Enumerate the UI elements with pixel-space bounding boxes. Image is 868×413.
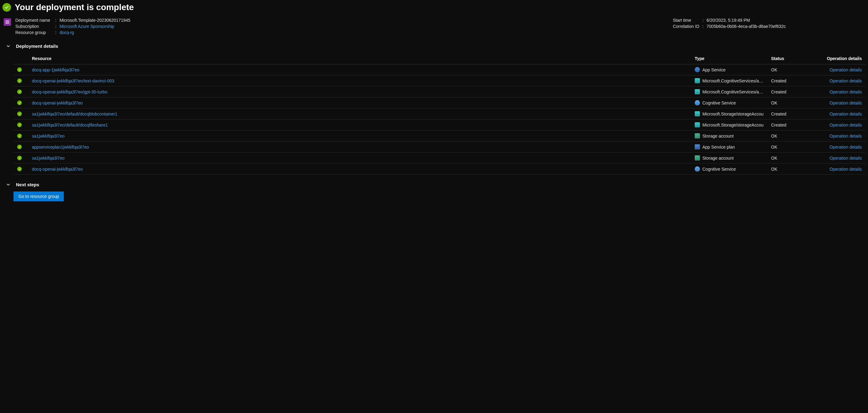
subscription-link[interactable]: Microsoft Azure Sponsorship	[60, 24, 114, 29]
th-status: Status	[767, 53, 823, 64]
operation-details-link[interactable]: Operation details	[829, 67, 862, 72]
row-status-icon-cell	[13, 164, 28, 175]
resource-group-label: Resource group	[16, 30, 55, 35]
summary-subscription: Subscription : Microsoft Azure Sponsorsh…	[16, 24, 130, 29]
operation-details-link[interactable]: Operation details	[829, 90, 862, 94]
row-status-icon-cell	[13, 108, 28, 119]
storage-icon	[695, 133, 700, 138]
operation-details-link[interactable]: Operation details	[829, 156, 862, 161]
resource-link[interactable]: docq-openai-jwkklfqa3l7eo/text-davinci-0…	[32, 78, 115, 83]
operation-details-link[interactable]: Operation details	[829, 123, 862, 128]
resource-cell: sa1jwkklfqa3l7eo/default/docqblobcontain…	[28, 108, 691, 119]
summary-col-right: Start time : 6/20/2023, 5:19:49 PM Corre…	[673, 18, 786, 35]
row-status-icon-cell	[13, 97, 28, 108]
resource-group-link[interactable]: docq-rg	[60, 30, 74, 35]
table-row: docq-openai-jwkklfqa3l7eoCognitive Servi…	[13, 164, 866, 175]
summary-start-time: Start time : 6/20/2023, 5:19:49 PM	[673, 18, 786, 23]
success-check-icon	[2, 3, 11, 12]
th-type: Type	[691, 53, 767, 64]
resource-link[interactable]: sa1jwkklfqa3l7eo	[32, 156, 65, 161]
resource-link[interactable]: docq-openai-jwkklfqa3l7eo	[32, 101, 83, 105]
status-cell: OK	[767, 97, 823, 108]
go-to-resource-group-button[interactable]: Go to resource group	[13, 192, 64, 201]
resource-link[interactable]: sa1jwkklfqa3l7eo	[32, 134, 65, 138]
deployment-details-table: Resource Type Status Operation details d…	[13, 53, 866, 175]
arm-icon	[695, 89, 700, 94]
cognitive-icon	[695, 100, 700, 105]
status-text: Created	[771, 90, 786, 94]
cognitive-icon	[695, 166, 700, 172]
resource-cell: docq-openai-jwkklfqa3l7eo/gpt-35-turbo	[28, 87, 691, 97]
summary-columns: Deployment name : Microsoft.Template-202…	[16, 18, 866, 35]
section-deployment-details[interactable]: Deployment details	[6, 43, 866, 49]
operation-details-link[interactable]: Operation details	[829, 111, 862, 116]
row-status-icon-cell	[13, 64, 28, 75]
subscription-label: Subscription	[16, 24, 55, 29]
resource-cell: docq-openai-jwkklfqa3l7eo	[28, 97, 691, 108]
status-text: OK	[771, 145, 777, 149]
resource-cell: docq-app-1jwkklfqa3l7eo	[28, 64, 691, 75]
type-text: Cognitive Service	[702, 101, 736, 105]
resource-link[interactable]: docq-openai-jwkklfqa3l7eo	[32, 167, 83, 172]
page-title: Your deployment is complete	[15, 2, 134, 12]
operation-details-link[interactable]: Operation details	[829, 134, 862, 138]
status-cell: Created	[767, 119, 823, 131]
row-status-icon-cell	[13, 142, 28, 152]
resource-link[interactable]: docq-app-1jwkklfqa3l7eo	[32, 67, 80, 72]
type-text: Microsoft.Storage/storageAccou	[702, 123, 764, 128]
asp-icon	[695, 144, 700, 149]
table-row: sa1jwkklfqa3l7eoStorage accountOKOperati…	[13, 152, 866, 164]
template-icon	[4, 19, 11, 26]
appservice-icon	[695, 67, 700, 72]
status-text: OK	[771, 67, 777, 72]
resource-cell: docq-openai-jwkklfqa3l7eo/text-davinci-0…	[28, 75, 691, 87]
summary-col-left: Deployment name : Microsoft.Template-202…	[16, 18, 130, 35]
status-cell: Created	[767, 108, 823, 119]
type-cell: App Service	[691, 64, 767, 75]
success-check-icon	[17, 90, 22, 94]
status-cell: Created	[767, 87, 823, 97]
resource-cell: sa1jwkklfqa3l7eo	[28, 131, 691, 142]
success-check-icon	[17, 145, 22, 149]
table-row: docq-app-1jwkklfqa3l7eoApp ServiceOKOper…	[13, 64, 866, 75]
chevron-down-icon	[6, 183, 10, 187]
operation-details-cell: Operation details	[823, 87, 866, 97]
summary-deployment-name: Deployment name : Microsoft.Template-202…	[16, 18, 130, 23]
operation-details-cell: Operation details	[823, 108, 866, 119]
status-cell: OK	[767, 152, 823, 164]
success-check-icon	[17, 167, 22, 171]
operation-details-link[interactable]: Operation details	[829, 101, 862, 105]
row-status-icon-cell	[13, 131, 28, 142]
summary-block: Deployment name : Microsoft.Template-202…	[2, 18, 866, 35]
section-next-steps[interactable]: Next steps	[6, 182, 866, 187]
table-row: sa1jwkklfqa3l7eo/default/docqfileshare1M…	[13, 119, 866, 131]
row-status-icon-cell	[13, 87, 28, 97]
resource-link[interactable]: sa1jwkklfqa3l7eo/default/docqfileshare1	[32, 123, 108, 128]
resource-link[interactable]: docq-openai-jwkklfqa3l7eo/gpt-35-turbo	[32, 90, 107, 94]
type-text: Storage account	[702, 134, 734, 138]
resource-cell: appserviceplan1jwkklfqa3l7eo	[28, 142, 691, 152]
operation-details-cell: Operation details	[823, 75, 866, 87]
type-text: Storage account	[702, 156, 734, 161]
operation-details-link[interactable]: Operation details	[829, 167, 862, 172]
status-text: OK	[771, 167, 777, 172]
resource-link[interactable]: sa1jwkklfqa3l7eo/default/docqblobcontain…	[32, 111, 118, 116]
type-cell: Cognitive Service	[691, 97, 767, 108]
operation-details-cell: Operation details	[823, 64, 866, 75]
arm-icon	[695, 78, 700, 83]
type-text: Microsoft.CognitiveServices/acco	[702, 78, 764, 83]
status-text: Created	[771, 111, 786, 116]
arm-icon	[695, 111, 700, 116]
status-cell: OK	[767, 142, 823, 152]
status-cell: OK	[767, 131, 823, 142]
operation-details-link[interactable]: Operation details	[829, 78, 862, 83]
table-row: sa1jwkklfqa3l7eo/default/docqblobcontain…	[13, 108, 866, 119]
status-text: Created	[771, 123, 786, 128]
operation-details-link[interactable]: Operation details	[829, 145, 862, 149]
operation-details-cell: Operation details	[823, 119, 866, 131]
resource-link[interactable]: appserviceplan1jwkklfqa3l7eo	[32, 145, 89, 149]
correlation-id-value: 7005b60a-0b06-4eca-af3b-d6ae70ef632c	[707, 24, 786, 29]
status-text: OK	[771, 156, 777, 161]
next-steps-title: Next steps	[16, 182, 39, 187]
resource-cell: docq-openai-jwkklfqa3l7eo	[28, 164, 691, 175]
